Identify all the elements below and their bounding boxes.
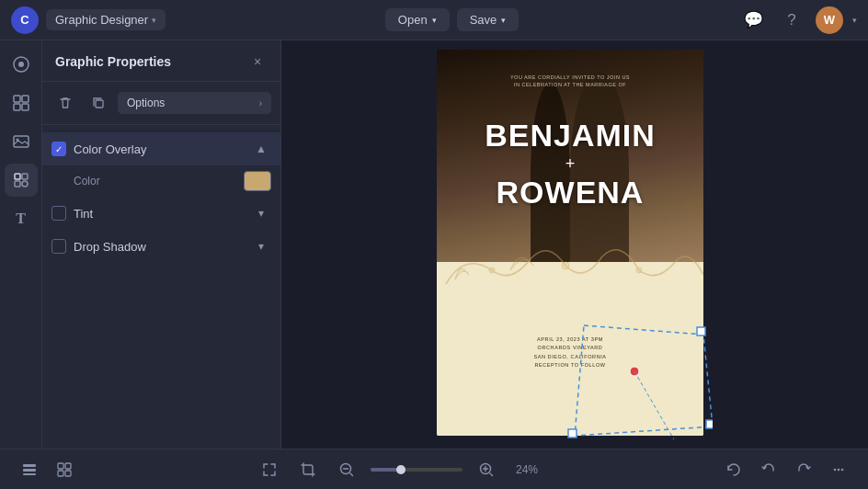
- options-label: Options: [127, 97, 165, 109]
- avatar-chevron[interactable]: ▾: [852, 16, 857, 25]
- more-button[interactable]: [824, 455, 853, 484]
- svg-point-1: [18, 62, 24, 67]
- properties-title: Graphic Properties: [55, 54, 171, 69]
- canvas-wrapper: YOU ARE CORDIALLY INVITED TO JOIN USIN C…: [437, 50, 713, 439]
- sidebar-templates-btn[interactable]: [5, 86, 38, 119]
- svg-point-7: [16, 139, 18, 142]
- redo-button[interactable]: [789, 455, 818, 484]
- wedding-photo: YOU ARE CORDIALLY INVITED TO JOIN USIN C…: [437, 50, 703, 436]
- name2: ROWENA: [485, 176, 656, 210]
- drop-shadow-effect[interactable]: Drop Shadow ▾: [42, 230, 280, 263]
- crop-button[interactable]: [293, 455, 323, 484]
- avatar[interactable]: W: [816, 6, 843, 34]
- svg-rect-2: [14, 96, 20, 102]
- bottombar: 24%: [0, 449, 868, 489]
- color-swatch[interactable]: [244, 171, 271, 191]
- sidebar-elements-btn[interactable]: [5, 164, 38, 197]
- help-button[interactable]: ?: [777, 6, 806, 35]
- app-name-label: Graphic Designer: [55, 13, 148, 27]
- svg-rect-22: [23, 464, 36, 467]
- svg-point-32: [838, 468, 840, 471]
- properties-panel: Graphic Properties × Options ›: [42, 40, 281, 449]
- color-overlay-toggle[interactable]: ▲: [251, 139, 271, 159]
- tint-label: Tint: [74, 207, 244, 221]
- open-label: Open: [398, 13, 428, 27]
- text-icon: T: [16, 210, 26, 227]
- tint-checkbox[interactable]: [51, 206, 66, 221]
- svg-rect-9: [22, 174, 28, 179]
- invite-text: YOU ARE CORDIALLY INVITED TO JOIN USIN C…: [510, 74, 630, 89]
- properties-header: Graphic Properties ×: [42, 40, 280, 82]
- drop-shadow-checkbox[interactable]: [51, 239, 66, 254]
- drop-shadow-label: Drop Shadow: [74, 240, 244, 254]
- svg-rect-12: [96, 100, 103, 108]
- color-field-label: Color: [74, 175, 100, 188]
- zoom-slider[interactable]: [371, 468, 463, 472]
- sidebar-images-btn[interactable]: [5, 125, 38, 158]
- chat-button[interactable]: 💬: [738, 6, 768, 35]
- tint-toggle[interactable]: ▾: [251, 203, 271, 223]
- save-chevron: ▾: [501, 16, 506, 25]
- canvas-area[interactable]: YOU ARE CORDIALLY INVITED TO JOIN USIN C…: [281, 40, 868, 449]
- drop-shadow-toggle[interactable]: ▾: [251, 236, 271, 256]
- svg-rect-26: [65, 463, 71, 469]
- topbar-center: Open ▾ Save ▾: [173, 8, 731, 31]
- main-layout: T Graphic Properties × Option: [0, 40, 868, 449]
- svg-rect-10: [15, 181, 20, 187]
- save-button[interactable]: Save ▾: [457, 8, 520, 31]
- undo-button[interactable]: [754, 455, 783, 484]
- zoom-slider-knob[interactable]: [396, 465, 405, 474]
- svg-rect-24: [23, 473, 36, 475]
- zoom-percent: 24%: [510, 463, 543, 476]
- svg-rect-8: [15, 174, 20, 179]
- properties-toolbar: Options ›: [42, 82, 280, 125]
- open-chevron: ▾: [432, 16, 437, 25]
- wedding-card: YOU ARE CORDIALLY INVITED TO JOIN USIN C…: [437, 50, 703, 436]
- fullscreen-button[interactable]: [255, 455, 284, 484]
- open-button[interactable]: Open ▾: [385, 8, 450, 31]
- plus-symbol: +: [485, 154, 656, 174]
- bottombar-right: [719, 455, 853, 484]
- svg-rect-19: [706, 420, 713, 428]
- bottombar-left: [15, 455, 79, 484]
- options-chevron: ›: [259, 98, 262, 108]
- svg-point-31: [834, 468, 837, 471]
- svg-rect-3: [22, 96, 29, 102]
- wedding-names: BENJAMIN + ROWENA: [485, 119, 656, 210]
- svg-rect-5: [22, 104, 29, 110]
- color-row: Color: [42, 165, 280, 197]
- zoom-slider-fill: [371, 468, 398, 472]
- svg-rect-23: [23, 469, 36, 472]
- svg-rect-6: [14, 136, 29, 147]
- color-overlay-effect[interactable]: ✓ Color Overlay ▲: [42, 132, 280, 165]
- app-name-chevron: ▾: [152, 16, 156, 25]
- effects-list: ✓ Color Overlay ▲ Color Tint ▾ Drop Shad…: [42, 125, 280, 270]
- duplicate-button[interactable]: [85, 89, 112, 117]
- svg-rect-27: [58, 471, 63, 476]
- app-name-button[interactable]: Graphic Designer ▾: [46, 9, 166, 30]
- svg-point-11: [22, 181, 28, 187]
- icon-sidebar: T: [0, 40, 42, 449]
- wedding-details: APRIL 23, 2023 AT 3PM ORCHARDS VINEYARD …: [533, 335, 606, 370]
- color-overlay-label: Color Overlay: [74, 142, 244, 156]
- color-overlay-checkbox[interactable]: ✓: [51, 142, 66, 156]
- save-label: Save: [470, 13, 497, 27]
- app-logo: C: [11, 6, 39, 34]
- svg-rect-25: [58, 463, 63, 469]
- tint-effect[interactable]: Tint ▾: [42, 197, 280, 230]
- grid-view-button[interactable]: [50, 455, 79, 484]
- name1: BENJAMIN: [485, 119, 656, 153]
- sidebar-layers-btn[interactable]: [5, 48, 38, 81]
- history-button[interactable]: [719, 455, 748, 484]
- zoom-out-button[interactable]: [332, 455, 361, 484]
- svg-rect-28: [65, 471, 71, 476]
- options-button[interactable]: Options ›: [118, 92, 271, 114]
- zoom-in-button[interactable]: [472, 455, 501, 484]
- properties-close-button[interactable]: ×: [247, 51, 268, 72]
- layers-view-button[interactable]: [15, 455, 44, 484]
- svg-point-33: [841, 468, 844, 471]
- topbar-right: 💬 ? W ▾: [738, 6, 857, 35]
- bottombar-center: 24%: [255, 455, 543, 484]
- delete-button[interactable]: [51, 89, 79, 117]
- sidebar-text-btn[interactable]: T: [5, 202, 38, 235]
